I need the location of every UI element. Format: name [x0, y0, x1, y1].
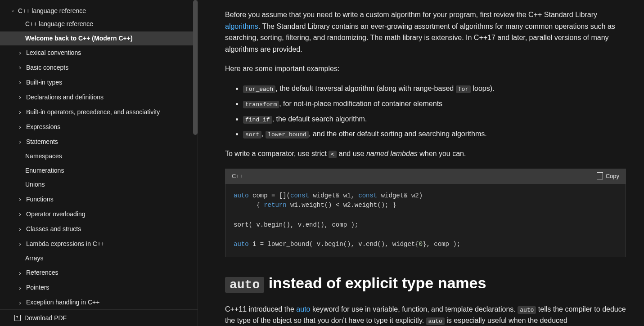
- chevron-right-icon: [19, 210, 25, 219]
- list-item: sort, lower_bound, and the other default…: [243, 128, 626, 140]
- sidebar-item-label: Exception handling in C++: [26, 298, 99, 307]
- auto-code-1: auto: [518, 306, 536, 314]
- sidebar-item-label: Declarations and definitions: [26, 93, 104, 102]
- sidebar-item-12[interactable]: Functions: [0, 192, 198, 207]
- chevron-right-icon: [19, 239, 25, 249]
- algo-code: transform: [243, 101, 279, 108]
- sidebar-item-9[interactable]: Namespaces: [0, 149, 198, 164]
- sidebar-item-label: Built-in types: [26, 78, 62, 87]
- sidebar-item-6[interactable]: Built-in operators, precedence, and asso…: [0, 105, 198, 120]
- scrollbar-thumb[interactable]: [193, 0, 198, 135]
- sidebar-item-label: Expressions: [26, 123, 60, 132]
- sidebar-item-10[interactable]: Enumerations: [0, 164, 198, 178]
- sidebar-item-label: Statements: [26, 138, 58, 147]
- sidebar-item-4[interactable]: Built-in types: [0, 75, 198, 90]
- sidebar-item-5[interactable]: Declarations and definitions: [0, 90, 198, 105]
- download-pdf-button[interactable]: Download PDF: [0, 309, 198, 326]
- list-item: find_if, the default search algorithm.: [243, 113, 626, 125]
- sidebar-item-label: Classes and structs: [26, 225, 81, 234]
- sidebar: C++ language reference C++ language refe…: [0, 0, 198, 326]
- algorithms-link[interactable]: algorithms: [225, 22, 258, 30]
- sidebar-item-15[interactable]: Lambda expressions in C++: [0, 237, 198, 251]
- copy-button[interactable]: Copy: [598, 172, 619, 181]
- sidebar-item-label: Built-in operators, precedence, and asso…: [26, 108, 160, 117]
- sidebar-item-label: Namespaces: [25, 152, 62, 161]
- algo-code: lower_bound: [266, 131, 309, 138]
- sidebar-item-14[interactable]: Classes and structs: [0, 222, 198, 237]
- sidebar-item-label: Lambda expressions in C++: [26, 240, 104, 249]
- sidebar-item-label: C++ language reference: [25, 20, 93, 29]
- sidebar-item-13[interactable]: Operator overloading: [0, 207, 198, 222]
- sidebar-item-17[interactable]: References: [0, 266, 198, 281]
- copy-label: Copy: [606, 172, 619, 181]
- chevron-right-icon: [19, 107, 25, 117]
- sidebar-item-3[interactable]: Basic concepts: [0, 60, 198, 75]
- sidebar-item-7[interactable]: Expressions: [0, 120, 198, 134]
- examples-lead: Here are some important examples:: [225, 63, 626, 75]
- intro-paragraph: Before you assume that you need to write…: [225, 9, 626, 55]
- algo-code: for: [456, 85, 471, 93]
- sidebar-item-label: Welcome back to C++ (Modern C++): [25, 34, 133, 43]
- chevron-right-icon: [19, 63, 25, 72]
- sidebar-item-label: Enumerations: [25, 166, 64, 175]
- sidebar-item-label: References: [26, 268, 59, 277]
- chevron-down-icon: [11, 8, 17, 14]
- auto-paragraph: C++11 introduced the auto keyword for us…: [225, 304, 626, 326]
- algo-code: for_each: [243, 85, 275, 93]
- lt-code: <: [329, 151, 337, 158]
- auto-code-2: auto: [426, 317, 445, 325]
- sidebar-item-label: Lexical conventions: [26, 49, 81, 58]
- code-block: C++ Copy auto comp = [](const widget& w1…: [225, 169, 626, 257]
- chevron-right-icon: [19, 298, 25, 308]
- download-pdf-icon: [14, 315, 21, 321]
- sidebar-section-label: C++ language reference: [18, 7, 86, 14]
- chevron-right-icon: [19, 195, 25, 204]
- algorithms-list: for_each, the default traversal algorith…: [243, 83, 626, 140]
- chevron-right-icon: [19, 283, 25, 293]
- sidebar-item-label: Arrays: [25, 254, 43, 263]
- chevron-right-icon: [19, 93, 25, 102]
- main-content: Before you assume that you need to write…: [198, 0, 644, 326]
- sidebar-item-0[interactable]: C++ language reference: [0, 17, 198, 31]
- sidebar-item-label: Unions: [25, 180, 45, 189]
- sidebar-item-label: Functions: [26, 195, 54, 204]
- algo-code: sort: [243, 131, 261, 138]
- list-item: transform, for not-in-place modification…: [243, 98, 626, 110]
- sidebar-item-19[interactable]: Exception handling in C++: [0, 295, 198, 310]
- sidebar-item-8[interactable]: Statements: [0, 134, 198, 149]
- code-header: C++ Copy: [225, 169, 626, 184]
- sidebar-section-title[interactable]: C++ language reference: [0, 4, 198, 17]
- sidebar-item-label: Operator overloading: [26, 210, 86, 219]
- sidebar-item-16[interactable]: Arrays: [0, 251, 198, 266]
- download-pdf-label: Download PDF: [24, 314, 67, 322]
- sidebar-item-label: Pointers: [26, 283, 49, 292]
- auto-heading-code: auto: [225, 277, 264, 293]
- sidebar-item-1[interactable]: Welcome back to C++ (Modern C++): [0, 31, 198, 46]
- code-language-label: C++: [232, 172, 243, 181]
- code-body: auto comp = [](const widget& w1, const w…: [225, 184, 626, 257]
- comparator-paragraph: To write a comparator, use strict < and …: [225, 148, 626, 160]
- algo-code: find_if: [243, 116, 272, 124]
- sidebar-item-2[interactable]: Lexical conventions: [0, 45, 198, 60]
- chevron-right-icon: [19, 48, 25, 58]
- auto-keyword-link[interactable]: auto: [296, 305, 310, 313]
- list-item: for_each, the default traversal algorith…: [243, 83, 626, 94]
- copy-icon: [598, 173, 603, 179]
- chevron-right-icon: [19, 122, 25, 132]
- sidebar-item-18[interactable]: Pointers: [0, 281, 198, 295]
- auto-section-heading: auto instead of explicit type names: [225, 271, 626, 295]
- chevron-right-icon: [19, 78, 25, 87]
- sidebar-item-11[interactable]: Unions: [0, 178, 198, 192]
- chevron-right-icon: [19, 224, 25, 234]
- named-lambdas-em: named lambdas: [366, 150, 418, 157]
- chevron-right-icon: [19, 137, 25, 147]
- chevron-right-icon: [19, 268, 25, 278]
- sidebar-item-label: Basic concepts: [26, 63, 68, 72]
